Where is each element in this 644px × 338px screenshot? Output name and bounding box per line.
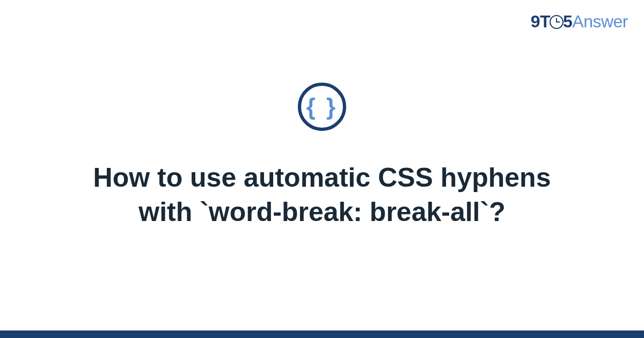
category-badge: { }	[298, 83, 346, 131]
main-content: { } How to use automatic CSS hyphens wit…	[0, 0, 644, 338]
css-braces-icon: { }	[306, 93, 338, 120]
footer-bar	[0, 330, 644, 338]
question-title: How to use automatic CSS hyphens with `w…	[70, 160, 574, 229]
